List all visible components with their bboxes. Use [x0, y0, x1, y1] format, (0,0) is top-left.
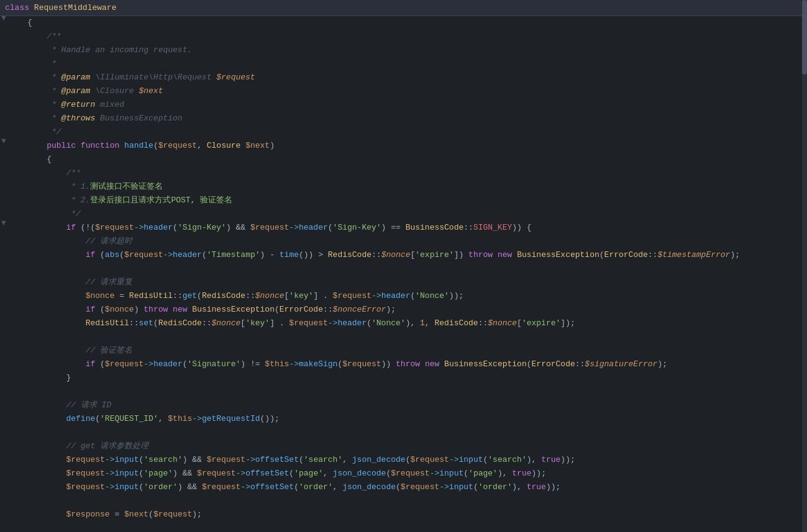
scrollbar-thumb[interactable]: [802, 0, 807, 74]
code-line: ▼ if (!($request->header('Sign-Key') && …: [0, 221, 807, 235]
line-content: }: [25, 372, 807, 384]
code-line: [0, 426, 807, 440]
code-line: */: [0, 207, 807, 221]
code-body: ▼ { /** * Handle an incoming request. * …: [0, 16, 807, 532]
line-content: $nonce = RedisUtil::get(RedisCode::$nonc…: [25, 290, 807, 302]
code-line: [0, 262, 807, 276]
scrollbar-track[interactable]: [802, 0, 807, 532]
code-line: /**: [0, 166, 807, 180]
code-line: * @param \Illuminate\Http\Request $reque…: [0, 71, 807, 84]
line-content: if (abs($request->header('Timestamp') - …: [25, 249, 807, 261]
line-content: *: [25, 58, 807, 70]
line-content: * Handle an incoming request.: [25, 44, 807, 56]
line-content: if ($request->header('Signature') != $th…: [25, 358, 807, 371]
code-line: // 验证签名: [0, 344, 807, 358]
line-content: * @param \Closure $next: [25, 85, 807, 97]
code-line: {: [0, 153, 807, 166]
line-content: $request->input('order') && $request->of…: [25, 481, 807, 494]
fold-icon[interactable]: ▼: [1, 137, 7, 143]
code-line: // get 请求参数处理: [0, 440, 807, 453]
line-content: [25, 263, 807, 275]
line-content: {: [25, 153, 807, 166]
code-line: * @throws BusinessException: [0, 112, 807, 125]
line-content: // get 请求参数处理: [25, 440, 807, 453]
line-content: if ($nonce) throw new BusinessException(…: [25, 304, 807, 316]
line-content: [25, 522, 807, 532]
line-content: {: [25, 17, 807, 29]
code-line: *: [0, 57, 807, 71]
code-line: $request->input('order') && $request->of…: [0, 480, 807, 494]
line-content: * @throws BusinessException: [25, 112, 807, 125]
line-content: $request->input('search') && $request->o…: [25, 454, 807, 466]
code-line: */: [0, 125, 807, 139]
code-line: ▼ {: [0, 16, 807, 30]
line-content: if (!($request->header('Sign-Key') && $r…: [25, 222, 807, 234]
code-line: * 1.测试接口不验证签名: [0, 180, 807, 194]
line-content: */: [25, 126, 807, 138]
code-line: $request->input('page') && $request->off…: [0, 467, 807, 480]
code-line: // 请求重复: [0, 276, 807, 289]
code-line: * 2.登录后接口且请求方式POST, 验证签名: [0, 194, 807, 207]
line-content: $response = $next($request);: [25, 508, 807, 521]
line-content: [25, 331, 807, 343]
line-content: [25, 495, 807, 507]
code-line: }: [0, 371, 807, 385]
line-content: // 请求 ID: [25, 399, 807, 412]
fold-icon[interactable]: ▼: [1, 14, 7, 20]
file-header: class RequestMiddleware: [0, 0, 807, 16]
code-line: [0, 494, 807, 508]
line-content: define('REQUEST_ID', $this->getRequestId…: [25, 413, 807, 425]
line-content: public function handle($request, Closure…: [25, 140, 807, 152]
class-name-header: RequestMiddleware: [34, 3, 117, 12]
line-content: * 2.登录后接口且请求方式POST, 验证签名: [25, 194, 807, 207]
code-line: // 请求超时: [0, 235, 807, 248]
code-line: [0, 330, 807, 344]
code-line: RedisUtil::set(RedisCode::$nonce['key'] …: [0, 317, 807, 330]
code-line: define('REQUEST_ID', $this->getRequestId…: [0, 412, 807, 426]
line-content: [25, 426, 807, 439]
line-content: // 验证签名: [25, 345, 807, 357]
line-content: * @return mixed: [25, 99, 807, 111]
code-line: /**: [0, 30, 807, 43]
line-content: // 请求超时: [25, 235, 807, 248]
code-line: [0, 385, 807, 399]
code-line: ▼ public function handle($request, Closu…: [0, 139, 807, 153]
code-line: [0, 521, 807, 532]
code-line: * @param \Closure $next: [0, 84, 807, 98]
line-content: $request->input('page') && $request->off…: [25, 467, 807, 480]
code-line: $nonce = RedisUtil::get(RedisCode::$nonc…: [0, 289, 807, 303]
code-line: if ($request->header('Signature') != $th…: [0, 358, 807, 371]
line-content: RedisUtil::set(RedisCode::$nonce['key'] …: [25, 317, 807, 330]
line-content: /**: [25, 167, 807, 179]
line-content: * 1.测试接口不验证签名: [25, 181, 807, 193]
code-line: $response = $next($request);: [0, 508, 807, 521]
fold-icon[interactable]: ▼: [1, 219, 7, 225]
line-content: * @param \Illuminate\Http\Request $reque…: [25, 71, 807, 84]
code-line: * @return mixed: [0, 98, 807, 112]
line-content: // 请求重复: [25, 276, 807, 289]
code-editor: class RequestMiddleware ▼ { /** * Handle…: [0, 0, 807, 532]
code-line: $request->input('search') && $request->o…: [0, 453, 807, 467]
code-line: * Handle an incoming request.: [0, 43, 807, 57]
code-line: if (abs($request->header('Timestamp') - …: [0, 248, 807, 262]
line-content: */: [25, 208, 807, 220]
code-line: // 请求 ID: [0, 399, 807, 412]
line-content: [25, 385, 807, 398]
code-line: if ($nonce) throw new BusinessException(…: [0, 303, 807, 317]
class-keyword: class: [5, 3, 29, 12]
line-content: /**: [25, 30, 807, 43]
